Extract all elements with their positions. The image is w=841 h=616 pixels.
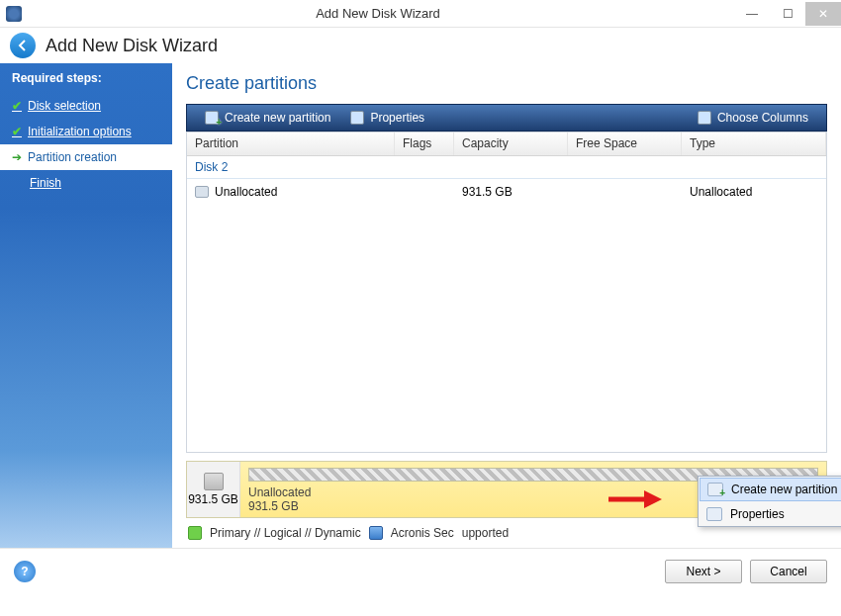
cell-type: Unallocated	[690, 185, 818, 199]
arrow-right-icon: ➔	[12, 150, 22, 164]
columns-icon	[698, 111, 711, 125]
properties-button[interactable]: Properties	[340, 105, 434, 131]
properties-icon	[706, 507, 722, 521]
legend-supported: upported	[462, 526, 509, 540]
partition-add-icon	[205, 111, 219, 125]
step-label: Initialization options	[28, 125, 132, 138]
ctx-properties[interactable]: Properties	[699, 502, 841, 526]
step-disk-selection[interactable]: ✔ Disk selection	[0, 93, 172, 119]
minimize-button[interactable]: —	[734, 2, 770, 26]
window-title: Add New Disk Wizard	[22, 6, 734, 21]
app-icon	[6, 6, 22, 22]
partition-icon	[195, 186, 209, 198]
page-title: Create partitions	[186, 73, 827, 94]
create-partition-button[interactable]: Create new partition	[195, 105, 340, 131]
col-partition[interactable]: Partition	[187, 132, 395, 155]
legend-swatch-acronis	[369, 526, 383, 540]
content-area: Create partitions Create new partition P…	[172, 63, 841, 548]
cell-capacity: 931.5 GB	[462, 185, 576, 199]
col-type[interactable]: Type	[682, 132, 826, 155]
properties-icon	[350, 111, 364, 125]
step-label: Disk selection	[28, 99, 101, 113]
legend-swatch-primary	[188, 526, 202, 540]
step-partition-creation[interactable]: ➔ Partition creation	[0, 144, 172, 170]
wizard-header: Add New Disk Wizard	[0, 28, 841, 63]
disk-map-header: 931.5 GB	[187, 462, 240, 517]
button-label: Cancel	[770, 565, 806, 578]
footer: ? Next > Cancel	[0, 548, 841, 593]
back-button[interactable]	[10, 33, 36, 58]
ctx-create-partition[interactable]: Create new partition	[700, 478, 841, 501]
table-header: Partition Flags Capacity Free Space Type	[187, 132, 826, 156]
steps-sidebar: Required steps: ✔ Disk selection ✔ Initi…	[0, 63, 172, 548]
context-menu: Create new partition Properties	[698, 476, 841, 527]
disk-map-region[interactable]: Unallocated 931.5 GB Create new partitio…	[240, 462, 826, 517]
partition-table: Partition Flags Capacity Free Space Type…	[186, 132, 827, 453]
button-label: Choose Columns	[717, 111, 808, 125]
maximize-button[interactable]: ☐	[770, 2, 805, 26]
title-bar: Add New Disk Wizard — ☐ ✕	[0, 0, 841, 28]
button-label: Create new partition	[225, 111, 330, 125]
partition-add-icon	[707, 483, 723, 496]
partition-toolbar: Create new partition Properties Choose C…	[186, 104, 827, 132]
disk-total-size: 931.5 GB	[188, 492, 238, 506]
disk-group[interactable]: Disk 2	[187, 156, 826, 179]
sidebar-heading: Required steps:	[0, 63, 172, 93]
col-flags[interactable]: Flags	[395, 132, 454, 155]
check-icon: ✔	[12, 125, 22, 138]
step-label: Finish	[30, 176, 61, 190]
cell-partition: Unallocated	[215, 185, 277, 199]
step-label: Partition creation	[28, 150, 117, 164]
wizard-title: Add New Disk Wizard	[46, 36, 218, 56]
choose-columns-button[interactable]: Choose Columns	[688, 105, 818, 131]
check-icon: ✔	[12, 99, 22, 113]
ctx-label: Properties	[730, 507, 785, 521]
ctx-label: Create new partition	[731, 483, 837, 496]
step-initialization-options[interactable]: ✔ Initialization options	[0, 119, 172, 144]
table-row[interactable]: Unallocated 931.5 GB Unallocated	[187, 179, 826, 205]
arrow-left-icon	[16, 39, 30, 52]
button-label: Next >	[686, 565, 720, 578]
help-button[interactable]: ?	[14, 561, 36, 582]
legend-pld: Primary // Logical // Dynamic	[210, 526, 361, 540]
next-button[interactable]: Next >	[665, 560, 742, 583]
hdd-icon	[204, 473, 224, 490]
disk-map[interactable]: 931.5 GB Unallocated 931.5 GB Create new…	[186, 461, 827, 518]
col-capacity[interactable]: Capacity	[454, 132, 568, 155]
close-button[interactable]: ✕	[805, 2, 841, 26]
cancel-button[interactable]: Cancel	[750, 560, 827, 583]
button-label: Properties	[370, 111, 424, 125]
step-finish[interactable]: Finish	[0, 170, 172, 196]
legend-acronis: Acronis Sec	[391, 526, 454, 540]
col-freespace[interactable]: Free Space	[568, 132, 682, 155]
